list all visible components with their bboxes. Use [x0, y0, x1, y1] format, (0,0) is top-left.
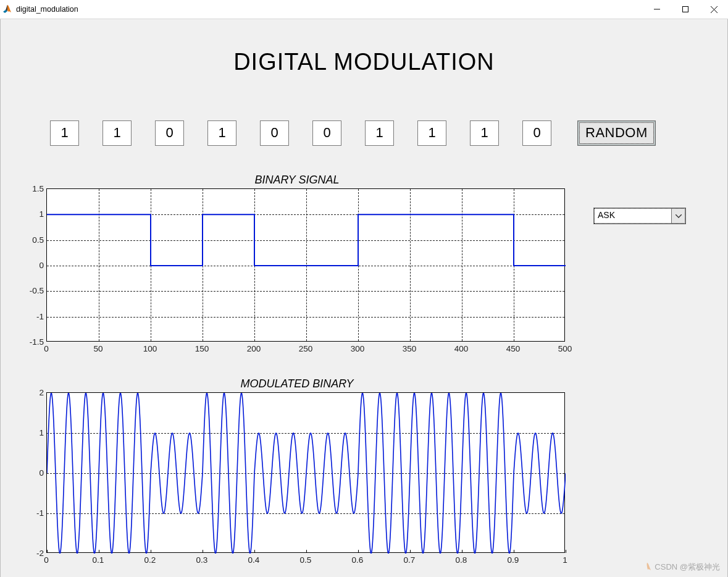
xtick: 0.7: [404, 555, 416, 565]
modulated-binary-plot-block: MODULATED BINARY 210-1-200.10.20.30.40.5…: [19, 377, 575, 565]
xtick: 250: [299, 344, 313, 353]
bit-row: RANDOM: [50, 118, 674, 148]
xtick: 50: [93, 344, 103, 353]
ytick: -2: [19, 549, 44, 558]
window-title: digital_modulation: [16, 5, 78, 14]
xtick: 0: [44, 555, 49, 565]
random-button[interactable]: RANDOM: [577, 120, 656, 146]
xtick: 0.6: [352, 555, 364, 565]
page-title: DIGITAL MODULATION: [3, 19, 725, 75]
binary-plot-title: BINARY SIGNAL: [19, 174, 575, 187]
bit-input-6[interactable]: [365, 120, 394, 146]
ytick: 0: [19, 468, 44, 478]
binary-signal-plot-block: BINARY SIGNAL 1.510.50-0.5-1-1.505010015…: [19, 174, 575, 354]
chevron-down-icon: [671, 208, 685, 224]
maximize-button[interactable]: [671, 0, 700, 19]
dropdown-selected-label: ASK: [594, 208, 671, 224]
ytick: -1: [19, 508, 44, 518]
xtick: 0.5: [300, 555, 312, 565]
xtick: 0.2: [144, 555, 156, 565]
bit-input-0[interactable]: [50, 120, 79, 146]
bit-input-7[interactable]: [417, 120, 446, 146]
ytick: 1.5: [19, 184, 44, 193]
modulated-binary-axes[interactable]: [46, 392, 565, 553]
svg-rect-2: [683, 7, 688, 12]
bit-input-8[interactable]: [470, 120, 499, 146]
xtick: 500: [558, 344, 572, 353]
modulated-plot-title: MODULATED BINARY: [19, 377, 575, 390]
xtick: 0.8: [456, 555, 467, 565]
matlab-icon: [642, 562, 652, 572]
bit-input-5[interactable]: [312, 120, 341, 146]
ytick: 0.5: [19, 235, 44, 244]
xtick: 400: [454, 344, 469, 353]
xtick: 0: [44, 344, 49, 353]
watermark: CSDN @紫极神光: [642, 562, 720, 573]
xtick: 0.3: [196, 555, 208, 565]
bit-input-9[interactable]: [522, 120, 551, 146]
modulation-dropdown[interactable]: ASK: [593, 208, 686, 224]
ytick: 1: [19, 428, 44, 437]
ytick: 1: [19, 209, 44, 219]
figure-area: DIGITAL MODULATION RANDOM ASK BINARY SIG…: [0, 19, 728, 577]
binary-signal-axes[interactable]: [46, 188, 565, 342]
xtick: 450: [506, 344, 521, 353]
xtick: 350: [403, 344, 417, 353]
minimize-button[interactable]: [643, 0, 671, 19]
bit-input-2[interactable]: [155, 120, 184, 146]
xtick: 1: [563, 555, 567, 565]
xtick: 200: [247, 344, 261, 353]
xtick: 300: [351, 344, 365, 353]
xtick: 100: [143, 344, 157, 353]
bit-input-3[interactable]: [207, 120, 236, 146]
ytick: 2: [19, 388, 44, 397]
bit-input-1[interactable]: [103, 120, 132, 146]
close-button[interactable]: [700, 0, 728, 19]
ytick: -1.5: [19, 337, 44, 347]
xtick: 0.4: [248, 555, 260, 565]
bit-input-4[interactable]: [260, 120, 289, 146]
xtick: 0.1: [93, 555, 104, 565]
xtick: 150: [195, 344, 209, 353]
ytick: -1: [19, 311, 44, 321]
ytick: 0: [19, 261, 44, 270]
ytick: -0.5: [19, 286, 44, 295]
xtick: 0.9: [508, 555, 519, 565]
titlebar: digital_modulation: [0, 0, 728, 19]
matlab-icon: [2, 4, 12, 14]
